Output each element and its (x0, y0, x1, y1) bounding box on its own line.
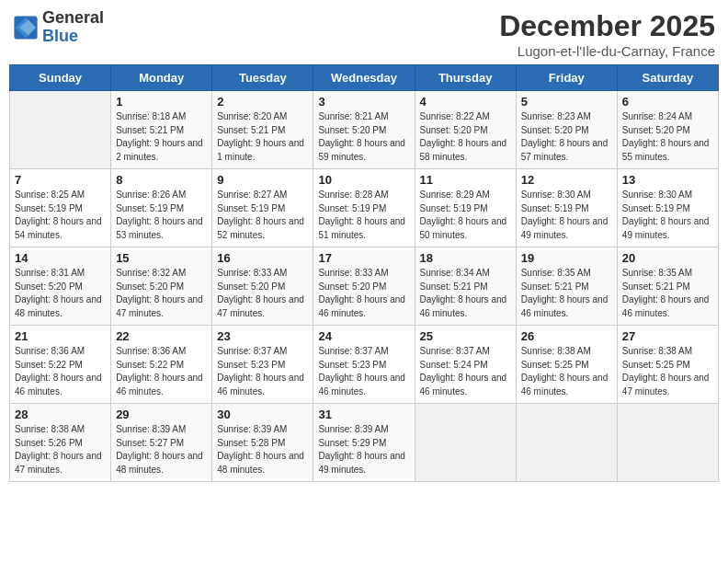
day-number: 20 (622, 251, 713, 265)
calendar-cell: 21 Sunrise: 8:36 AMSunset: 5:22 PMDaylig… (10, 326, 111, 404)
day-info: Sunrise: 8:37 AMSunset: 5:23 PMDaylight:… (318, 345, 409, 398)
calendar-cell: 4 Sunrise: 8:22 AMSunset: 5:20 PMDayligh… (415, 91, 516, 169)
calendar-cell: 29 Sunrise: 8:39 AMSunset: 5:27 PMDaylig… (111, 404, 212, 482)
calendar-cell: 31 Sunrise: 8:39 AMSunset: 5:29 PMDaylig… (313, 404, 415, 482)
day-number: 17 (318, 251, 409, 265)
day-info: Sunrise: 8:28 AMSunset: 5:19 PMDaylight:… (318, 189, 409, 242)
calendar-cell: 8 Sunrise: 8:26 AMSunset: 5:19 PMDayligh… (111, 169, 212, 247)
logo-icon (13, 15, 39, 40)
calendar-cell: 27 Sunrise: 8:38 AMSunset: 5:25 PMDaylig… (617, 326, 718, 404)
calendar-cell: 18 Sunrise: 8:34 AMSunset: 5:21 PMDaylig… (415, 247, 516, 326)
calendar-cell: 12 Sunrise: 8:30 AMSunset: 5:19 PMDaylig… (516, 169, 617, 247)
day-number: 9 (217, 173, 308, 187)
calendar-cell: 1 Sunrise: 8:18 AMSunset: 5:21 PMDayligh… (111, 91, 212, 169)
day-number: 23 (217, 329, 308, 343)
day-info: Sunrise: 8:36 AMSunset: 5:22 PMDaylight:… (15, 345, 106, 398)
weekday-header-row: SundayMondayTuesdayWednesdayThursdayFrid… (10, 65, 719, 91)
day-info: Sunrise: 8:27 AMSunset: 5:19 PMDaylight:… (217, 189, 308, 242)
day-number: 6 (622, 95, 713, 109)
day-number: 27 (622, 329, 713, 343)
calendar-cell (10, 91, 111, 169)
day-number: 8 (116, 173, 207, 187)
weekday-header-tuesday: Tuesday (212, 65, 313, 91)
day-number: 14 (15, 251, 106, 265)
calendar-cell: 10 Sunrise: 8:28 AMSunset: 5:19 PMDaylig… (313, 169, 415, 247)
day-number: 4 (420, 95, 511, 109)
calendar-week-5: 28 Sunrise: 8:38 AMSunset: 5:26 PMDaylig… (10, 404, 719, 482)
day-info: Sunrise: 8:21 AMSunset: 5:20 PMDaylight:… (318, 110, 409, 164)
calendar-cell: 23 Sunrise: 8:37 AMSunset: 5:23 PMDaylig… (212, 326, 313, 404)
day-info: Sunrise: 8:35 AMSunset: 5:21 PMDaylight:… (622, 267, 713, 320)
day-number: 15 (116, 251, 207, 265)
calendar-cell: 15 Sunrise: 8:32 AMSunset: 5:20 PMDaylig… (111, 247, 212, 326)
calendar-cell: 3 Sunrise: 8:21 AMSunset: 5:20 PMDayligh… (313, 91, 415, 169)
day-number: 22 (116, 329, 207, 343)
day-info: Sunrise: 8:32 AMSunset: 5:20 PMDaylight:… (116, 267, 207, 320)
calendar-cell: 11 Sunrise: 8:29 AMSunset: 5:19 PMDaylig… (415, 169, 516, 247)
day-info: Sunrise: 8:18 AMSunset: 5:21 PMDaylight:… (116, 110, 207, 164)
day-info: Sunrise: 8:22 AMSunset: 5:20 PMDaylight:… (420, 110, 511, 164)
day-info: Sunrise: 8:35 AMSunset: 5:21 PMDaylight:… (521, 267, 612, 320)
calendar-cell (415, 404, 516, 482)
weekday-header-sunday: Sunday (10, 65, 111, 91)
weekday-header-saturday: Saturday (617, 65, 718, 91)
calendar-cell: 20 Sunrise: 8:35 AMSunset: 5:21 PMDaylig… (617, 247, 718, 326)
day-info: Sunrise: 8:30 AMSunset: 5:19 PMDaylight:… (521, 189, 612, 242)
title-block: December 2025 Lugon-et-l'Ile-du-Carnay, … (499, 9, 715, 59)
calendar-week-2: 7 Sunrise: 8:25 AMSunset: 5:19 PMDayligh… (10, 169, 719, 247)
calendar-cell (617, 404, 718, 482)
calendar-cell: 16 Sunrise: 8:33 AMSunset: 5:20 PMDaylig… (212, 247, 313, 326)
day-number: 12 (521, 173, 612, 187)
day-info: Sunrise: 8:31 AMSunset: 5:20 PMDaylight:… (15, 267, 106, 320)
calendar-cell: 30 Sunrise: 8:39 AMSunset: 5:28 PMDaylig… (212, 404, 313, 482)
calendar-table: SundayMondayTuesdayWednesdayThursdayFrid… (9, 64, 719, 482)
day-number: 21 (15, 329, 106, 343)
day-number: 1 (116, 95, 207, 109)
calendar-cell: 5 Sunrise: 8:23 AMSunset: 5:20 PMDayligh… (516, 91, 617, 169)
month-title: December 2025 (499, 9, 715, 43)
day-number: 26 (521, 329, 612, 343)
day-info: Sunrise: 8:37 AMSunset: 5:23 PMDaylight:… (217, 345, 308, 398)
day-info: Sunrise: 8:23 AMSunset: 5:20 PMDaylight:… (521, 110, 612, 164)
day-number: 28 (15, 408, 106, 421)
day-number: 24 (318, 329, 409, 343)
day-info: Sunrise: 8:38 AMSunset: 5:26 PMDaylight:… (15, 423, 106, 477)
calendar-week-3: 14 Sunrise: 8:31 AMSunset: 5:20 PMDaylig… (10, 247, 719, 326)
logo-text: General Blue (42, 9, 104, 46)
weekday-header-monday: Monday (111, 65, 212, 91)
weekday-header-thursday: Thursday (415, 65, 516, 91)
day-info: Sunrise: 8:26 AMSunset: 5:19 PMDaylight:… (116, 189, 207, 242)
day-number: 18 (420, 251, 511, 265)
calendar-cell: 13 Sunrise: 8:30 AMSunset: 5:19 PMDaylig… (617, 169, 718, 247)
day-number: 29 (116, 408, 207, 421)
day-number: 30 (217, 408, 308, 421)
calendar-cell: 28 Sunrise: 8:38 AMSunset: 5:26 PMDaylig… (10, 404, 111, 482)
calendar-cell: 17 Sunrise: 8:33 AMSunset: 5:20 PMDaylig… (313, 247, 415, 326)
location-subtitle: Lugon-et-l'Ile-du-Carnay, France (499, 43, 715, 59)
day-number: 13 (622, 173, 713, 187)
day-info: Sunrise: 8:38 AMSunset: 5:25 PMDaylight:… (622, 345, 713, 398)
calendar-cell: 22 Sunrise: 8:36 AMSunset: 5:22 PMDaylig… (111, 326, 212, 404)
day-number: 31 (318, 408, 409, 421)
day-info: Sunrise: 8:39 AMSunset: 5:28 PMDaylight:… (217, 423, 308, 477)
day-info: Sunrise: 8:24 AMSunset: 5:20 PMDaylight:… (622, 110, 713, 164)
calendar-cell: 25 Sunrise: 8:37 AMSunset: 5:24 PMDaylig… (415, 326, 516, 404)
day-info: Sunrise: 8:34 AMSunset: 5:21 PMDaylight:… (420, 267, 511, 320)
day-number: 5 (521, 95, 612, 109)
calendar-cell: 2 Sunrise: 8:20 AMSunset: 5:21 PMDayligh… (212, 91, 313, 169)
calendar-cell: 7 Sunrise: 8:25 AMSunset: 5:19 PMDayligh… (10, 169, 111, 247)
day-info: Sunrise: 8:20 AMSunset: 5:21 PMDaylight:… (217, 110, 308, 164)
day-number: 11 (420, 173, 511, 187)
day-info: Sunrise: 8:33 AMSunset: 5:20 PMDaylight:… (217, 267, 308, 320)
day-info: Sunrise: 8:25 AMSunset: 5:19 PMDaylight:… (15, 189, 106, 242)
calendar-week-4: 21 Sunrise: 8:36 AMSunset: 5:22 PMDaylig… (10, 326, 719, 404)
calendar-cell: 6 Sunrise: 8:24 AMSunset: 5:20 PMDayligh… (617, 91, 718, 169)
page-header: General Blue December 2025 Lugon-et-l'Il… (9, 9, 719, 59)
logo: General Blue (13, 9, 104, 46)
day-info: Sunrise: 8:38 AMSunset: 5:25 PMDaylight:… (521, 345, 612, 398)
day-info: Sunrise: 8:33 AMSunset: 5:20 PMDaylight:… (318, 267, 409, 320)
calendar-cell: 24 Sunrise: 8:37 AMSunset: 5:23 PMDaylig… (313, 326, 415, 404)
day-info: Sunrise: 8:36 AMSunset: 5:22 PMDaylight:… (116, 345, 207, 398)
weekday-header-friday: Friday (516, 65, 617, 91)
day-number: 25 (420, 329, 511, 343)
